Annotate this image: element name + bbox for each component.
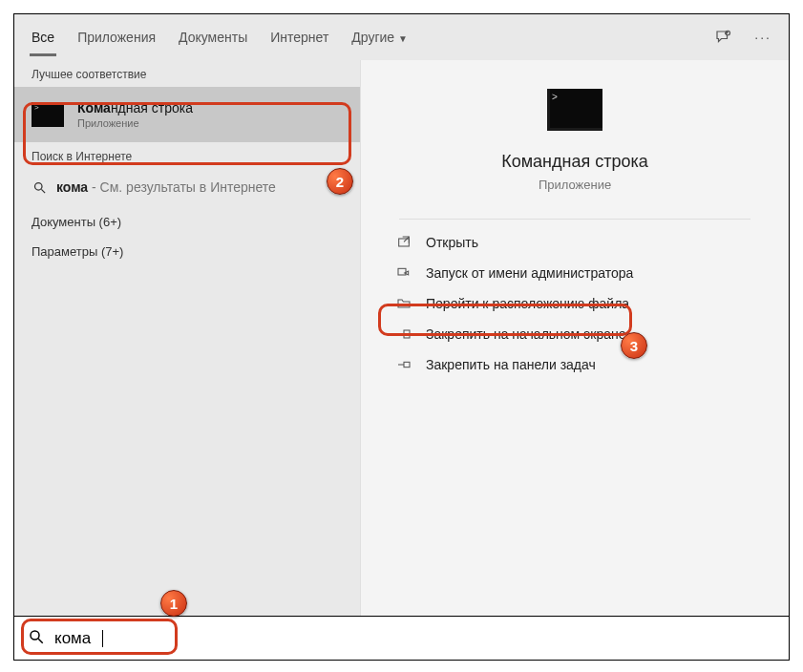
- preview-panel: Командная строка Приложение Открыть Запу…: [360, 60, 789, 616]
- pin-start-icon: [395, 326, 412, 342]
- search-bar: [14, 616, 789, 660]
- svg-point-9: [31, 631, 39, 640]
- svg-rect-3: [399, 239, 410, 246]
- best-match-title: Командная строка: [77, 100, 193, 116]
- svg-rect-6: [404, 330, 410, 338]
- web-search-label: Поиск в Интернете: [14, 142, 360, 169]
- best-match-subtitle: Приложение: [77, 117, 193, 129]
- tab-all[interactable]: Все: [32, 30, 54, 45]
- header-tabs: Все Приложения Документы Интернет Другие…: [14, 14, 789, 60]
- tab-docs[interactable]: Документы: [179, 30, 247, 45]
- search-input[interactable]: [54, 629, 102, 648]
- feedback-icon[interactable]: [714, 29, 731, 46]
- best-match-result[interactable]: Командная строка Приложение: [14, 87, 360, 142]
- pin-taskbar-icon: [395, 357, 412, 372]
- svg-rect-4: [398, 268, 406, 275]
- folder-icon: [395, 296, 412, 311]
- preview-app-icon: [547, 89, 602, 131]
- svg-line-2: [41, 189, 45, 193]
- more-icon[interactable]: ···: [754, 30, 771, 45]
- group-documents[interactable]: Документы (6+): [14, 205, 360, 229]
- tab-other[interactable]: Другие ▼: [351, 30, 408, 45]
- svg-rect-8: [404, 362, 410, 367]
- action-run-as-admin[interactable]: Запуск от имени администратора: [384, 258, 789, 288]
- preview-subtitle: Приложение: [539, 178, 611, 192]
- svg-point-1: [34, 182, 42, 190]
- open-icon: [395, 235, 412, 250]
- preview-title: Командная строка: [501, 152, 648, 172]
- action-open[interactable]: Открыть: [384, 227, 789, 258]
- search-icon: [32, 180, 47, 195]
- group-settings[interactable]: Параметры (7+): [14, 229, 360, 259]
- best-match-label: Лучшее соответствие: [14, 60, 360, 87]
- admin-icon: [395, 265, 412, 281]
- search-icon: [28, 628, 45, 649]
- svg-line-10: [38, 639, 43, 643]
- action-pin-start[interactable]: Закрепить на начальном экране: [384, 319, 789, 349]
- tab-apps[interactable]: Приложения: [77, 30, 156, 45]
- results-panel: Лучшее соответствие Командная строка При…: [14, 60, 360, 616]
- web-search-result[interactable]: кома - См. результаты в Интернете ›: [14, 169, 360, 205]
- divider: [399, 219, 750, 220]
- tab-internet[interactable]: Интернет: [270, 30, 328, 45]
- action-pin-taskbar[interactable]: Закрепить на панели задач: [384, 349, 789, 380]
- action-open-location[interactable]: Перейти к расположению файла: [384, 288, 789, 319]
- cmd-icon: [32, 102, 64, 127]
- chevron-right-icon: ›: [338, 178, 343, 196]
